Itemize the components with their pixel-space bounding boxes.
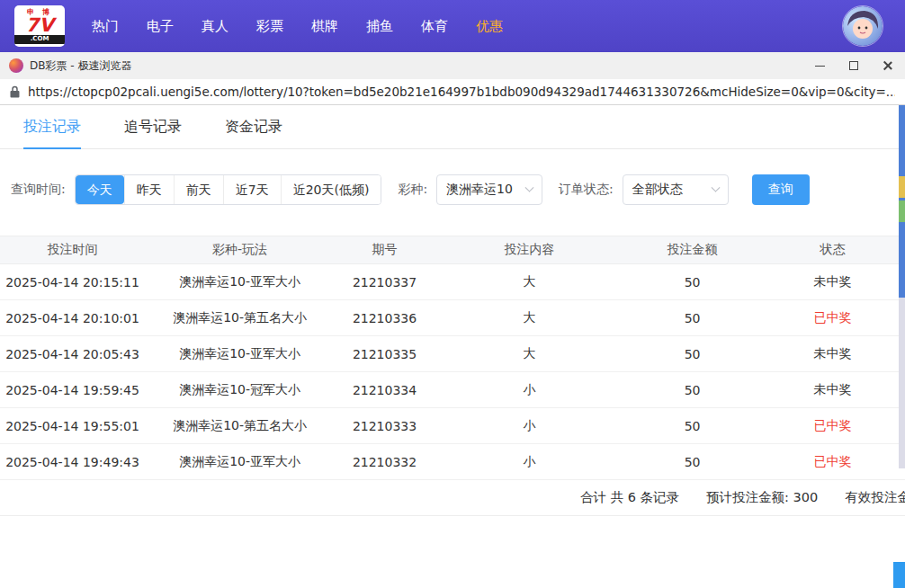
amount-cell: 50 — [624, 372, 760, 408]
content-cell: 小 — [435, 408, 624, 444]
nav-item-sports[interactable]: 体育 — [421, 18, 448, 35]
lottery-type-label: 彩种: — [398, 182, 427, 198]
order-status-value: 全部状态 — [632, 182, 683, 198]
lottery-type-select[interactable]: 澳洲幸运10 — [436, 174, 542, 205]
bet-time-cell: 2025-04-14 20:10:01 — [0, 300, 145, 336]
game-cell: 澳洲幸运10-亚军大小 — [145, 444, 335, 480]
issue-cell: 21210335 — [335, 336, 435, 372]
content-cell: 大 — [435, 336, 624, 372]
window-controls — [802, 52, 905, 79]
amount-cell: 50 — [624, 264, 760, 300]
tab-fund-records[interactable]: 资金记录 — [225, 105, 282, 148]
close-button[interactable] — [871, 52, 905, 79]
status-cell: 已中奖 — [760, 300, 905, 336]
issue-cell: 21210334 — [335, 372, 435, 408]
nav-item-lottery[interactable]: 彩票 — [256, 18, 283, 35]
game-cell: 澳洲幸运10-第五名大小 — [145, 300, 335, 336]
status-cell: 已中奖 — [760, 408, 905, 444]
lottery-type-value: 澳洲幸运10 — [446, 182, 513, 198]
edge-widget-fragment — [899, 200, 905, 222]
lock-icon — [10, 85, 20, 98]
status-cell: 未中奖 — [760, 372, 905, 408]
content-cell: 小 — [435, 444, 624, 480]
order-status-select[interactable]: 全部状态 — [623, 174, 729, 205]
issue-cell: 21210336 — [335, 300, 435, 336]
table-row: 2025-04-14 19:59:45 澳洲幸运10-冠军大小 21210334… — [0, 372, 905, 408]
time-filter-label: 查询时间: — [11, 182, 66, 198]
amount-cell: 50 — [624, 336, 760, 372]
table-row: 2025-04-14 19:49:43 澳洲幸运10-亚军大小 21210332… — [0, 444, 905, 480]
chevron-down-icon — [711, 183, 720, 192]
site-nav-items: 热门 电子 真人 彩票 棋牌 捕鱼 体育 优惠 — [92, 18, 503, 35]
browser-title-bar: DB彩票 - 极速浏览器 — [0, 52, 905, 79]
nav-item-electronic[interactable]: 电子 — [147, 18, 174, 35]
bet-time-cell: 2025-04-14 20:15:11 — [0, 264, 145, 300]
time-filter-group: 今天 昨天 前天 近7天 近20天(低频) — [75, 174, 382, 205]
time-filter-yesterday[interactable]: 昨天 — [124, 175, 174, 204]
avatar-image — [843, 6, 883, 46]
site-favicon-icon — [9, 58, 23, 73]
column-header-amount: 投注金额 — [624, 236, 760, 264]
tab-chase-records[interactable]: 追号记录 — [124, 105, 182, 148]
record-tabs: 投注记录 追号记录 资金记录 — [0, 105, 905, 149]
minimize-button[interactable] — [802, 52, 837, 79]
logo-text-sub: .COM — [14, 35, 65, 44]
window-title: DB彩票 - 极速浏览器 — [30, 58, 131, 74]
nav-item-hot[interactable]: 热门 — [92, 18, 119, 35]
time-filter-last-20-days[interactable]: 近20天(低频) — [281, 175, 381, 204]
table-row: 2025-04-14 20:10:01 澳洲幸运10-第五名大小 2121033… — [0, 300, 905, 336]
order-status-label: 订单状态: — [559, 182, 614, 198]
bet-time-cell: 2025-04-14 19:49:43 — [0, 444, 145, 480]
table-row: 2025-04-14 19:55:01 澳洲幸运10-第五名大小 2121033… — [0, 408, 905, 444]
record-count-total: 合计 共 6 条记录 — [580, 489, 679, 506]
site-logo[interactable]: 申 博 7V .COM — [14, 5, 65, 47]
close-icon — [883, 60, 893, 71]
summary-bar: 合计 共 6 条记录 预计投注金额: 300 有效投注金额 — [0, 480, 905, 516]
nav-item-promotions[interactable]: 优惠 — [476, 18, 503, 35]
bet-records-table: 投注时间 彩种-玩法 期号 投注内容 投注金额 状态 2025-04-14 20… — [0, 236, 905, 480]
search-button[interactable]: 查询 — [752, 174, 810, 205]
time-filter-today[interactable]: 今天 — [76, 175, 124, 204]
bet-time-cell: 2025-04-14 19:59:45 — [0, 372, 145, 408]
amount-cell: 50 — [624, 300, 760, 336]
status-cell: 已中奖 — [760, 444, 905, 480]
filter-bar: 查询时间: 今天 昨天 前天 近7天 近20天(低频) 彩种: 澳洲幸运10 订… — [11, 174, 905, 205]
column-header-bet-time: 投注时间 — [0, 236, 145, 264]
logo-text-main: 7V — [26, 16, 54, 35]
corner-widget-fragment[interactable] — [893, 562, 905, 588]
maximize-icon — [849, 61, 858, 70]
tab-bet-records[interactable]: 投注记录 — [23, 105, 81, 148]
time-filter-last-7-days[interactable]: 近7天 — [223, 175, 281, 204]
game-cell: 澳洲幸运10-第五名大小 — [145, 408, 335, 444]
column-header-status: 状态 — [760, 236, 905, 264]
time-filter-day-before[interactable]: 前天 — [174, 175, 223, 204]
game-cell: 澳洲幸运10-亚军大小 — [145, 336, 335, 372]
column-header-content: 投注内容 — [435, 236, 624, 264]
game-cell: 澳洲幸运10-亚军大小 — [145, 264, 335, 300]
content-cell: 大 — [435, 300, 624, 336]
right-scrollbar-track — [899, 298, 905, 468]
column-header-issue: 期号 — [335, 236, 435, 264]
status-cell: 未中奖 — [760, 336, 905, 372]
chevron-down-icon — [525, 183, 534, 192]
column-header-game: 彩种-玩法 — [145, 236, 335, 264]
table-row: 2025-04-14 20:05:43 澳洲幸运10-亚军大小 21210335… — [0, 336, 905, 372]
url-text[interactable]: https://ctopcp02pcali.uengi5e.com/lotter… — [28, 85, 895, 99]
issue-cell: 21210332 — [335, 444, 435, 480]
browser-address-bar[interactable]: https://ctopcp02pcali.uengi5e.com/lotter… — [0, 79, 905, 105]
content-cell: 小 — [435, 372, 624, 408]
bet-time-cell: 2025-04-14 19:55:01 — [0, 408, 145, 444]
issue-cell: 21210337 — [335, 264, 435, 300]
edge-widget-fragment — [899, 176, 905, 198]
user-avatar[interactable] — [842, 5, 883, 47]
game-cell: 澳洲幸运10-冠军大小 — [145, 372, 335, 408]
amount-cell: 50 — [624, 444, 760, 480]
site-top-nav: 申 博 7V .COM 热门 电子 真人 彩票 棋牌 捕鱼 体育 优惠 — [0, 0, 905, 52]
amount-cell: 50 — [624, 408, 760, 444]
nav-item-board-games[interactable]: 棋牌 — [311, 18, 338, 35]
maximize-button[interactable] — [837, 52, 871, 79]
nav-item-fishing[interactable]: 捕鱼 — [366, 18, 393, 35]
valid-bet-amount: 有效投注金额 — [845, 489, 905, 506]
content-cell: 大 — [435, 264, 624, 300]
nav-item-live[interactable]: 真人 — [202, 18, 228, 35]
